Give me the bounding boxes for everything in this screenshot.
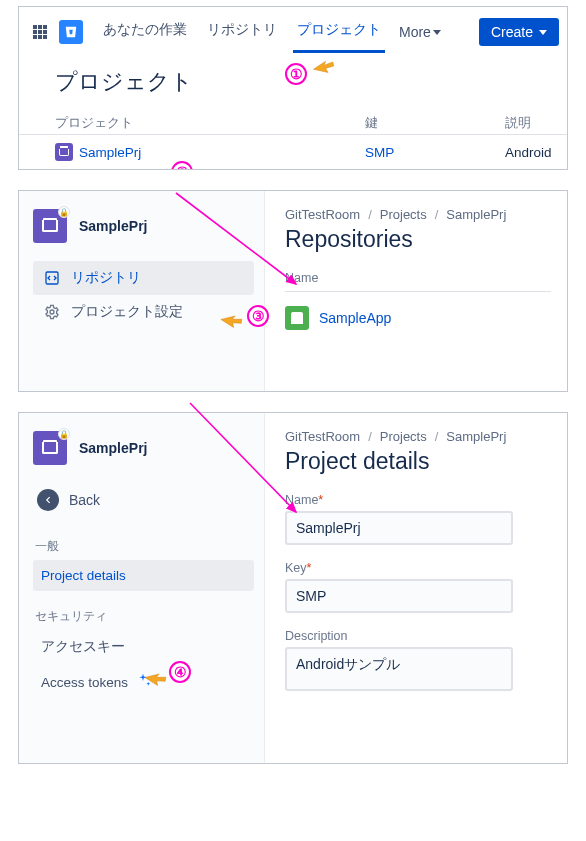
sidebar-link-project-details[interactable]: Project details: [33, 560, 254, 591]
repositories-content: GitTestRoom / Projects / SamplePrj Repos…: [265, 191, 567, 391]
breadcrumb-project[interactable]: SamplePrj: [446, 429, 506, 444]
description-field[interactable]: Androidサンプル: [285, 647, 513, 691]
app-switcher-icon[interactable]: [27, 19, 53, 45]
key-field[interactable]: [285, 579, 513, 613]
settings-sidebar: 🔒 SamplePrj Back 一般 Project details セキュリ…: [19, 413, 265, 763]
sidebar-project-name: SamplePrj: [79, 440, 147, 456]
chevron-down-icon: [433, 30, 441, 35]
nav-your-work[interactable]: あなたの作業: [95, 17, 195, 47]
col-key: 鍵: [365, 115, 505, 132]
gear-icon: [43, 303, 61, 321]
repo-col-name: Name: [285, 271, 551, 292]
panel-project-details: 🔒 SamplePrj Back 一般 Project details セキュリ…: [18, 412, 568, 764]
label-description: Description: [285, 629, 551, 643]
sidebar-link-access-tokens[interactable]: Access tokens: [33, 664, 254, 701]
svg-point-2: [50, 310, 54, 314]
name-field[interactable]: [285, 511, 513, 545]
nav-projects[interactable]: プロジェクト: [289, 17, 389, 47]
sidebar-item-label: リポジトリ: [71, 269, 141, 287]
project-table-row[interactable]: SamplePrj SMP Android: [19, 135, 567, 165]
col-project: プロジェクト: [55, 115, 365, 132]
lock-icon: 🔒: [58, 206, 70, 218]
project-tile-icon: 🔒: [33, 431, 67, 465]
create-button[interactable]: Create: [479, 18, 559, 46]
sidebar-item-repositories[interactable]: リポジトリ: [33, 261, 254, 295]
sidebar-item-label: プロジェクト設定: [71, 303, 183, 321]
sidebar-link-access-keys[interactable]: アクセスキー: [33, 630, 254, 664]
breadcrumb-projects[interactable]: Projects: [380, 429, 427, 444]
sidebar-section-general: 一般: [35, 539, 252, 554]
nav-more[interactable]: More: [393, 17, 447, 47]
chevron-down-icon: [539, 30, 547, 35]
project-key-cell: SMP: [365, 145, 505, 160]
page-heading: Project details: [285, 448, 551, 475]
bitbucket-logo-icon[interactable]: [59, 20, 83, 44]
project-name-link[interactable]: SamplePrj: [79, 145, 141, 160]
page-title: プロジェクト: [19, 49, 567, 111]
repo-row[interactable]: SampleApp: [285, 302, 551, 334]
project-sidebar: 🔒 SamplePrj リポジトリ プロジェクト設定: [19, 191, 265, 391]
code-icon: [43, 269, 61, 287]
breadcrumb-workspace[interactable]: GitTestRoom: [285, 429, 360, 444]
android-app-icon: [285, 306, 309, 330]
page-heading: Repositories: [285, 226, 551, 253]
back-button[interactable]: Back: [33, 483, 254, 521]
breadcrumb-project[interactable]: SamplePrj: [446, 207, 506, 222]
col-description: 説明: [505, 115, 531, 132]
panel-projects-list: あなたの作業 リポジトリ プロジェクト More Create プロジェクト プ…: [18, 6, 568, 170]
project-details-content: GitTestRoom / Projects / SamplePrj Proje…: [265, 413, 567, 763]
top-navbar: あなたの作業 リポジトリ プロジェクト More Create: [19, 11, 567, 49]
project-tile-icon: 🔒: [33, 209, 67, 243]
back-label: Back: [69, 492, 100, 508]
label-name: Name*: [285, 493, 551, 507]
sidebar-item-project-settings[interactable]: プロジェクト設定: [33, 295, 254, 329]
breadcrumb: GitTestRoom / Projects / SamplePrj: [285, 207, 551, 222]
project-desc-cell: Android: [505, 145, 552, 160]
breadcrumb: GitTestRoom / Projects / SamplePrj: [285, 429, 551, 444]
project-table-header: プロジェクト 鍵 説明: [19, 111, 567, 135]
project-folder-icon: [55, 143, 73, 161]
breadcrumb-workspace[interactable]: GitTestRoom: [285, 207, 360, 222]
sparkle-icon: [134, 672, 152, 693]
lock-icon: 🔒: [58, 428, 70, 440]
back-arrow-icon: [37, 489, 59, 511]
label-key: Key*: [285, 561, 551, 575]
breadcrumb-projects[interactable]: Projects: [380, 207, 427, 222]
sidebar-project-name: SamplePrj: [79, 218, 147, 234]
nav-repositories[interactable]: リポジトリ: [199, 17, 285, 47]
panel-repositories: 🔒 SamplePrj リポジトリ プロジェクト設定 GitTestRoom /: [18, 190, 568, 392]
sidebar-section-security: セキュリティ: [35, 609, 252, 624]
repo-name-link[interactable]: SampleApp: [319, 310, 391, 326]
